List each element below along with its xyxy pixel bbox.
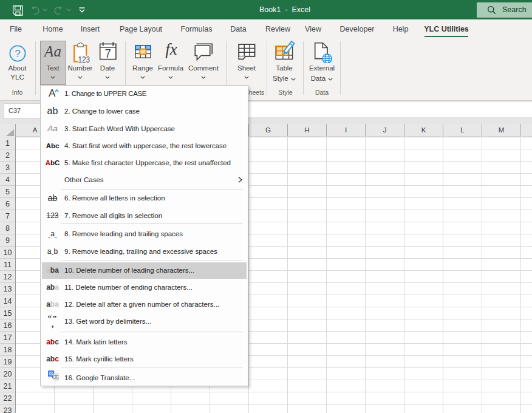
svg-text:7: 7 xyxy=(105,47,112,60)
svg-text:文: 文 xyxy=(54,374,59,380)
svg-text:123: 123 xyxy=(78,54,90,64)
svg-text:G: G xyxy=(49,370,53,377)
svg-text:?: ? xyxy=(15,48,20,60)
